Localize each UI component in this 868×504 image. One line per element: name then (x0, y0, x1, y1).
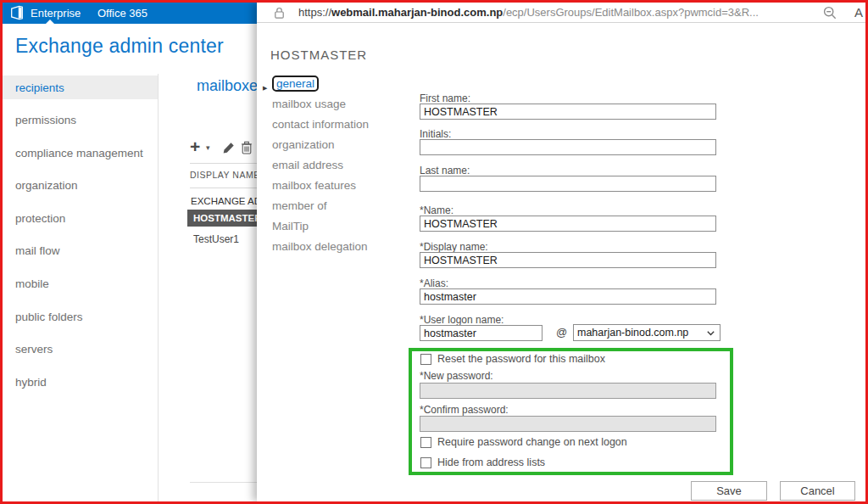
browser-address-bar[interactable]: https://webmail.maharjan-binod.com.np/ec… (257, 3, 865, 23)
reset-password-checkbox-row: Reset the password for this mailbox (420, 353, 605, 365)
dialog-tab-general[interactable]: ▶ general (270, 76, 369, 96)
dialog-tab-mailbox-usage[interactable]: mailbox usage (270, 96, 369, 116)
sidebar-nav: recipients permissions compliance manage… (3, 76, 158, 403)
require-password-change-checkbox[interactable] (420, 437, 431, 448)
dialog-tab-member-of[interactable]: member of (270, 198, 369, 218)
first-name-label: First name: (420, 92, 470, 104)
delete-trash-icon[interactable] (241, 141, 253, 158)
header-divider (190, 188, 260, 188)
browser-text-size-control[interactable]: A (854, 5, 863, 20)
office-logo-icon (9, 5, 25, 24)
sidebar-item-protection[interactable]: protection (3, 206, 158, 230)
tab-enterprise[interactable]: Enterprise (31, 3, 81, 24)
url-text[interactable]: https://webmail.maharjan-binod.com.np/ec… (298, 6, 759, 19)
list-item-exchange-admin[interactable]: EXCHANGE AD (191, 196, 261, 206)
chevron-down-icon (707, 331, 715, 336)
confirm-password-field (420, 416, 716, 432)
name-field[interactable] (420, 216, 716, 232)
new-password-label: *New password: (420, 370, 493, 382)
require-change-checkbox-row: Require password change on next logon (420, 436, 627, 448)
active-tab-notch (45, 20, 55, 25)
add-icon[interactable]: + (190, 137, 200, 157)
dialog-title: HOSTMASTER (270, 48, 367, 62)
list-footer-divider (190, 482, 260, 483)
hide-from-address-lists-label: Hide from address lists (437, 456, 545, 468)
hide-from-address-lists-checkbox[interactable] (420, 457, 431, 468)
dialog-tab-organization[interactable]: organization (270, 137, 369, 157)
list-item-hostmaster-selected[interactable]: HOSTMASTER (187, 210, 260, 227)
tab-office-365[interactable]: Office 365 (97, 3, 147, 24)
dialog-tab-email-address[interactable]: email address (270, 157, 369, 177)
name-label: *Name: (420, 204, 453, 216)
sidebar-item-public-folders[interactable]: public folders (3, 305, 158, 328)
display-name-label: *Display name: (420, 241, 488, 253)
selected-tab-arrow-icon: ▶ (263, 80, 267, 97)
sidebar-item-permissions[interactable]: permissions (3, 109, 158, 132)
alias-field[interactable] (420, 288, 716, 305)
first-name-field[interactable] (420, 104, 716, 120)
hide-from-lists-checkbox-row: Hide from address lists (420, 456, 545, 468)
reset-password-label: Reset the password for this mailbox (437, 353, 605, 365)
initials-label: Initials: (420, 128, 451, 140)
require-password-change-label: Require password change on next logon (437, 436, 627, 448)
sidebar-item-recipients[interactable]: recipients (3, 76, 158, 99)
domain-select-value: maharjan-binod.com.np (577, 327, 688, 339)
edit-mailbox-popup-window: https://webmail.maharjan-binod.com.np/ec… (257, 3, 865, 501)
toolbar-divider (190, 163, 260, 164)
last-name-field[interactable] (420, 176, 716, 192)
sidebar-item-mobile[interactable]: mobile (3, 272, 158, 296)
alias-label: *Alias: (420, 277, 448, 289)
zoom-out-icon[interactable] (823, 6, 837, 24)
url-path: /ecp/UsersGroups/EditMailbox.aspx?pwmcid… (503, 6, 759, 19)
dialog-tab-mailbox-features[interactable]: mailbox features (270, 177, 369, 198)
display-name-field[interactable] (420, 252, 716, 268)
list-item-testuser1[interactable]: TestUser1 (193, 233, 239, 245)
dialog-nav-tabs: ▶ general mailbox usage contact informat… (270, 76, 369, 259)
url-domain: webmail.maharjan-binod.com.np (331, 6, 503, 19)
screenshot-frame: Enterprise Office 365 Exchange admin cen… (0, 0, 868, 504)
column-header-display-name: DISPLAY NAME (190, 170, 260, 180)
domain-select[interactable]: maharjan-binod.com.np (573, 324, 721, 341)
dialog-tab-mailbox-delegation[interactable]: mailbox delegation (270, 238, 369, 259)
sidebar-divider (158, 74, 159, 501)
top-suite-bar: Enterprise Office 365 (3, 3, 257, 24)
page-title: Exchange admin center (15, 35, 224, 58)
add-dropdown-caret-icon[interactable]: ▾ (206, 143, 210, 152)
new-password-field (420, 383, 716, 399)
tab-mailboxes[interactable]: mailboxes (197, 77, 265, 95)
dialog-tab-mailtip[interactable]: MailTip (270, 218, 369, 238)
sidebar-item-compliance-management[interactable]: compliance management (3, 141, 158, 165)
url-scheme: https:// (298, 6, 331, 19)
sidebar-item-servers[interactable]: servers (3, 338, 158, 361)
sidebar-item-hybrid[interactable]: hybrid (3, 370, 158, 394)
last-name-label: Last name: (420, 165, 470, 176)
sidebar-item-mail-flow[interactable]: mail flow (3, 239, 158, 263)
dialog-tab-contact-information[interactable]: contact information (270, 116, 369, 137)
lock-icon[interactable] (274, 7, 285, 23)
user-logon-name-field[interactable] (420, 325, 542, 341)
cancel-button[interactable]: Cancel (780, 481, 855, 501)
at-sign: @ (556, 326, 567, 339)
save-button[interactable]: Save (691, 481, 767, 501)
confirm-password-label: *Confirm password: (420, 404, 509, 416)
sidebar-item-organization[interactable]: organization (3, 174, 158, 198)
user-logon-name-label: *User logon name: (420, 314, 504, 326)
initials-field[interactable] (420, 139, 716, 155)
reset-password-checkbox[interactable] (420, 354, 431, 365)
edit-pencil-icon[interactable] (222, 142, 235, 158)
